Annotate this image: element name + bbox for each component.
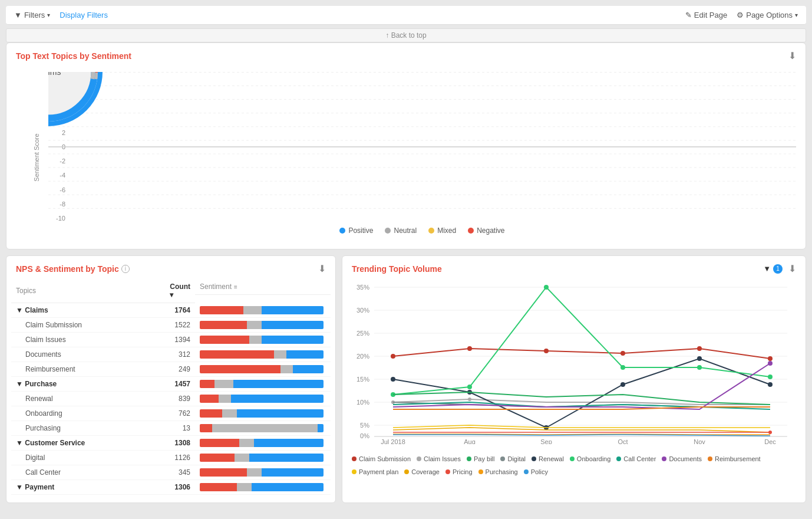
legend-digital: Digital (500, 455, 526, 462)
legend-purchasing: Purchasing (478, 468, 518, 475)
sentiment-bar (200, 365, 324, 373)
bar-negative (200, 409, 222, 418)
back-to-top-bar[interactable]: ↑ Back to top (6, 28, 806, 42)
col-topics: Topics (11, 279, 165, 303)
svg-text:Nov: Nov (694, 438, 705, 444)
table-row[interactable]: Call Center345 (11, 465, 331, 480)
table-row[interactable]: Reimbursement249 (11, 362, 331, 377)
chart-area: 10 8 6 4 2 0 -2 -4 -6 -8 -10 (48, 72, 796, 239)
svg-text:Sep: Sep (540, 438, 552, 444)
table-row[interactable]: Renewal839 (11, 392, 331, 406)
trending-panel: Trending Topic Volume ▼ 1 ⬇ 35% 30% 25% (342, 255, 806, 503)
svg-text:Aug: Aug (464, 438, 476, 444)
sentiment-bar-cell (195, 436, 331, 451)
svg-point-54 (620, 351, 625, 356)
nps-download-icon[interactable]: ⬇ (318, 263, 326, 274)
svg-point-66 (467, 385, 472, 389)
topic-label: Reimbursement (11, 362, 165, 377)
svg-point-56 (768, 356, 773, 361)
page-options-button[interactable]: ⚙ Page Options ▾ (737, 11, 798, 19)
bubble-chart-panel: Top Text Topics by Sentiment ⬇ Sentiment… (6, 42, 806, 249)
table-row[interactable]: Onboarding762 (11, 406, 331, 421)
legend-claim-issues: Claim Issues (417, 455, 461, 462)
info-icon[interactable]: i (121, 265, 130, 273)
download-icon[interactable]: ⬇ (788, 50, 796, 61)
table-row[interactable]: Purchasing13 (11, 421, 331, 436)
funnel-icon: ▼ (763, 264, 771, 273)
reimbursement-dot (708, 456, 712, 461)
bubble-chart-title: Top Text Topics by Sentiment (16, 51, 131, 61)
topic-label: Renewal (11, 392, 165, 406)
col-sentiment[interactable]: Sentiment ≡ (195, 279, 331, 295)
svg-point-58 (468, 398, 471, 401)
table-row[interactable]: ▼ Payment1306 (11, 480, 331, 495)
sentiment-bar-cell (195, 362, 331, 377)
topic-label: Onboarding (11, 406, 165, 421)
renewal-dot (532, 456, 536, 461)
sentiment-filter-icon: ≡ (234, 284, 237, 290)
legend-call-center: Call Center (616, 455, 656, 462)
filter-badge: 1 (773, 264, 783, 274)
svg-point-59 (391, 377, 395, 382)
documents-dot (662, 456, 666, 461)
sentiment-bar (200, 483, 324, 491)
table-row[interactable]: ▼ Purchase1457 (11, 377, 331, 392)
svg-text:35%: 35% (357, 284, 369, 291)
bar-neutral (239, 439, 254, 447)
bar-neutral (247, 468, 262, 477)
chevron-down-icon: ▾ (795, 12, 798, 18)
positive-dot (339, 228, 345, 234)
topic-count: 312 (165, 347, 195, 362)
table-row[interactable]: ▼ Customer Service1308 (11, 436, 331, 451)
bottom-row: NPS & Sentiment by Topic i ⬇ Topics Coun… (6, 255, 806, 509)
table-row[interactable]: Claim Submission1522 (11, 318, 331, 333)
sentiment-bar-cell (195, 392, 331, 406)
topic-label: Digital (11, 451, 165, 465)
legend-positive: Positive (339, 226, 373, 235)
svg-point-70 (768, 375, 773, 379)
sentiment-bar-cell (195, 318, 331, 333)
svg-point-53 (544, 349, 549, 353)
bar-neutral (274, 350, 286, 359)
gear-icon: ⚙ (737, 11, 744, 19)
svg-text:Claims: Claims (48, 72, 61, 77)
bar-negative (200, 483, 237, 491)
table-row[interactable]: Documents312 (11, 347, 331, 362)
purchasing-dot (478, 469, 483, 474)
topic-count: 1306 (165, 480, 195, 495)
digital-dot (500, 456, 505, 461)
filters-button[interactable]: ▼ Filters ▾ (14, 11, 50, 19)
display-filters-link[interactable]: Display Filters (60, 11, 108, 19)
bar-positive (286, 350, 324, 359)
svg-point-69 (697, 365, 702, 370)
bar-positive (252, 483, 324, 491)
table-row[interactable]: ▼ Claims1764 (11, 303, 331, 318)
topic-count: 1308 (165, 436, 195, 451)
svg-point-52 (467, 346, 472, 351)
chart-legend: Positive Neutral Mixed Negative (48, 226, 796, 235)
trending-download-icon[interactable]: ⬇ (788, 263, 796, 274)
col-count[interactable]: Count ▾ (165, 279, 195, 303)
onboarding-dot (570, 456, 575, 461)
svg-point-63 (697, 356, 702, 361)
topic-count: 762 (165, 406, 195, 421)
sentiment-bar-cell (195, 451, 331, 465)
bar-neutral (214, 380, 233, 388)
bar-positive (237, 409, 324, 418)
bar-positive (231, 395, 324, 403)
topic-count: 249 (165, 362, 195, 377)
svg-point-55 (697, 346, 702, 351)
bar-neutral (222, 409, 237, 418)
edit-page-label: Edit Page (694, 11, 727, 19)
edit-page-button[interactable]: ✎ Edit Page (685, 11, 727, 19)
mixed-dot (428, 228, 434, 234)
filter-control[interactable]: ▼ 1 (763, 264, 783, 274)
trending-svg: 35% 30% 25% 20% 15% 10% 5% 0% (352, 279, 796, 444)
table-row[interactable]: Claim Issues1394 (11, 333, 331, 347)
svg-text:30%: 30% (357, 307, 369, 314)
sentiment-bar (200, 380, 324, 388)
svg-point-64 (768, 382, 773, 387)
svg-text:Jul 2018: Jul 2018 (381, 438, 405, 444)
table-row[interactable]: Digital1126 (11, 451, 331, 465)
svg-point-72 (768, 431, 772, 434)
